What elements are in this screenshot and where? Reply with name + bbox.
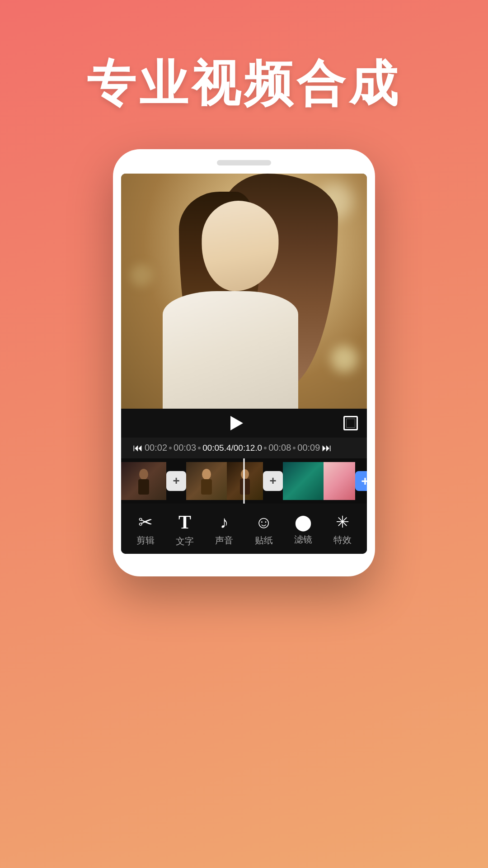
bokeh-decoration-2 [331,345,358,373]
timeline-dot [169,447,172,449]
clip-thumbnail [227,462,263,500]
effect-icon: ✳ [336,514,349,530]
svg-point-4 [241,469,249,479]
music-icon: ♪ [220,514,229,531]
timeline-time-03: 00:03 [174,443,196,453]
timeline-dot-3 [264,447,267,449]
svg-point-2 [202,469,211,480]
sticker-icon: ☺ [255,514,272,531]
clip-item[interactable] [283,462,324,500]
timeline-time-08: 00:08 [268,443,291,453]
timeline-bar: ⏮ 00:02 00:03 00:05.4/00:12.0 00:08 00:0… [121,438,367,458]
tool-text[interactable]: T 文字 [176,513,194,547]
text-icon: T [178,513,191,532]
phone-speaker [217,160,271,165]
timeline-current-time: 00:05.4/00:12.0 [202,443,262,453]
video-frame [121,174,367,409]
svg-point-0 [139,469,148,480]
tool-effect[interactable]: ✳ 特效 [333,514,352,546]
phone-screen: ⏮ 00:02 00:03 00:05.4/00:12.0 00:08 00:0… [121,174,367,554]
tool-filter[interactable]: ⬤ 滤镜 [294,514,312,546]
playhead [244,458,245,504]
timeline-dot-4 [293,447,296,449]
play-button[interactable] [230,416,243,430]
page-title: 专业视频合成 [36,54,452,113]
bokeh-decoration-3 [130,264,153,287]
tool-sticker[interactable]: ☺ 贴纸 [255,514,273,547]
clip-add-button-3[interactable]: + [355,471,367,491]
video-controls [121,409,367,438]
clip-add-button-2[interactable]: + [263,471,283,491]
tool-cut-label: 剪辑 [136,534,155,547]
clip-thumbnail [324,462,355,500]
tool-audio[interactable]: ♪ 声音 [215,514,233,547]
tool-effect-label: 特效 [333,534,352,546]
fullscreen-button[interactable] [343,416,358,430]
timeline-dot-2 [198,447,201,449]
clip-item[interactable] [227,462,263,500]
filter-icon: ⬤ [295,514,312,530]
timeline-time-09: 00:09 [297,443,320,453]
clip-thumbnail [186,462,227,500]
tool-sticker-label: 贴纸 [255,534,273,547]
tool-text-label: 文字 [176,535,194,547]
tool-audio-label: 声音 [215,534,233,547]
clip-item[interactable] [324,462,355,500]
svg-rect-3 [201,479,212,495]
portrait-coat [163,291,298,409]
timeline-prev-btn[interactable]: ⏮ [133,442,143,454]
clip-thumbnail [121,462,166,500]
clip-item[interactable] [121,462,166,500]
clip-strip: + + [121,458,367,504]
clip-thumbnail [283,462,324,500]
clip-add-button[interactable]: + [166,471,186,491]
bottom-toolbar: ✂ 剪辑 T 文字 ♪ 声音 ☺ 贴纸 ⬤ 滤镜 [121,504,367,554]
svg-rect-1 [138,479,149,495]
clip-item[interactable] [186,462,227,500]
timeline-wrapper: ⏮ 00:02 00:03 00:05.4/00:12.0 00:08 00:0… [128,442,360,454]
scissors-icon: ✂ [138,514,153,531]
tool-filter-label: 滤镜 [294,533,312,546]
tool-cut[interactable]: ✂ 剪辑 [136,514,155,547]
timeline-time-02: 00:02 [145,443,167,453]
timeline-next-btn[interactable]: ⏭ [322,442,332,454]
svg-rect-5 [240,479,250,495]
title-section: 专业视频合成 [0,0,488,149]
video-preview [121,174,367,409]
phone-mockup: ⏮ 00:02 00:03 00:05.4/00:12.0 00:08 00:0… [113,149,375,576]
